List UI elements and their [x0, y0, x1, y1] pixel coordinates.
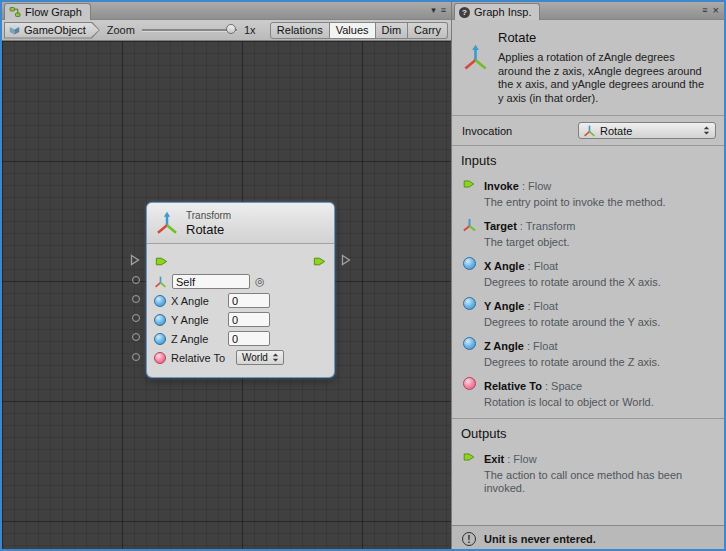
zoom-slider[interactable] [142, 22, 237, 38]
transform-gizmo-icon [583, 124, 596, 137]
inputs-section-header: Inputs [452, 146, 724, 173]
pane-menu-icon[interactable]: ≡ [441, 6, 446, 15]
z-angle-label: Z Angle [171, 333, 223, 345]
warning-icon: ! [462, 532, 476, 546]
exit-flow-arrow-icon[interactable] [312, 254, 327, 269]
port-description: Degrees to rotate around the X axis. [484, 276, 661, 289]
output-item-exit: ExitFlow The action to call once method … [452, 446, 724, 499]
input-item-relative-to: Relative ToSpace Rotation is local to ob… [452, 373, 724, 413]
flow-graph-panel: Flow Graph ▾ ≡ GameObject [2, 2, 451, 549]
y-angle-input[interactable] [228, 312, 270, 327]
input-item-target: TargetTransform The target object. [452, 213, 724, 253]
port-description: Degrees to rotate around the Z axis. [484, 356, 660, 369]
pane-window-icons: ≡ × [702, 6, 724, 19]
node-body: ◎ X Angle Y Angle Z Angle [147, 244, 334, 377]
flow-input-port[interactable] [130, 254, 140, 266]
unit-info-box: Rotate Applies a rotation of zAngle degr… [452, 20, 724, 116]
pane-menu-icon[interactable]: ≡ [702, 6, 707, 15]
port-type: Flow [519, 180, 551, 192]
port-type: Transform [517, 220, 576, 232]
target-row: ◎ [147, 272, 334, 291]
unit-title: Rotate [498, 30, 711, 45]
gameobject-cube-icon [9, 24, 20, 37]
inspector-icon: ? [459, 7, 470, 18]
port-description: The entry point to invoke the method. [484, 196, 666, 209]
relative-to-port[interactable] [132, 353, 140, 361]
y-angle-port[interactable] [132, 314, 140, 322]
self-field[interactable] [172, 274, 250, 289]
breadcrumb-label: GameObject [24, 24, 86, 36]
input-item-invoke: InvokeFlow The entry point to invoke the… [452, 173, 724, 213]
float-port-icon [461, 256, 477, 289]
float-port-icon [461, 296, 477, 329]
flow-graph-icon [9, 6, 21, 18]
float-port-icon [154, 314, 166, 326]
node-header[interactable]: Transform Rotate [147, 203, 334, 244]
input-item-x-angle: X AngleFloat Degrees to rotate around th… [452, 253, 724, 293]
carry-button[interactable]: Carry [408, 22, 448, 39]
tab-flow-graph[interactable]: Flow Graph [4, 3, 91, 20]
x-angle-label: X Angle [171, 295, 223, 307]
port-name: Z Angle [484, 340, 524, 352]
unit-description: Applies a rotation of zAngle degrees aro… [498, 51, 711, 105]
invocation-label: Invocation [462, 125, 512, 137]
port-description: Rotation is local to object or World. [484, 396, 654, 409]
port-name: X Angle [484, 260, 525, 272]
target-port[interactable] [132, 276, 140, 284]
dim-button[interactable]: Dim [376, 22, 409, 39]
outputs-section-header: Outputs [452, 418, 724, 446]
transform-gizmo-icon [154, 275, 167, 288]
relations-button[interactable]: Relations [270, 22, 330, 39]
graph-inspector-panel: ? Graph Insp. ≡ × Rotate Applies a rotat… [451, 2, 724, 549]
invocation-value: Rotate [600, 125, 632, 137]
x-angle-input[interactable] [228, 293, 270, 308]
rotate-node[interactable]: Transform Rotate [147, 203, 334, 377]
x-angle-row: X Angle [147, 291, 334, 310]
port-description: Degrees to rotate around the Y axis. [484, 316, 660, 329]
breadcrumb[interactable]: GameObject [4, 22, 100, 39]
x-angle-port[interactable] [132, 295, 140, 303]
invocation-row: Invocation Rotate [452, 116, 724, 146]
tab-graph-inspector[interactable]: ? Graph Insp. [454, 3, 540, 20]
flow-graph-toolbar: GameObject Zoom 1x Relations Values Dim … [2, 20, 451, 41]
z-angle-port[interactable] [132, 333, 140, 341]
transform-gizmo-icon [461, 216, 477, 249]
z-angle-input[interactable] [228, 331, 270, 346]
space-port-icon [154, 352, 166, 364]
transform-gizmo-icon [155, 211, 179, 235]
values-button[interactable]: Values [330, 22, 376, 39]
invocation-dropdown[interactable]: Rotate [578, 122, 716, 139]
dropdown-arrows-icon [703, 125, 710, 137]
port-type: Flow [504, 453, 536, 465]
input-item-y-angle: Y AngleFloat Degrees to rotate around th… [452, 293, 724, 333]
warning-bar: ! Unit is never entered. [452, 525, 724, 551]
float-port-icon [461, 336, 477, 369]
close-icon[interactable]: × [713, 6, 719, 15]
zoom-slider-track [142, 29, 237, 32]
tab-flow-graph-label: Flow Graph [25, 6, 82, 18]
object-picker-icon[interactable]: ◎ [255, 276, 265, 287]
flow-output-port[interactable] [341, 254, 351, 266]
zoom-slider-handle[interactable] [226, 24, 236, 34]
zoom-value: 1x [244, 24, 256, 36]
relative-to-label: Relative To [171, 352, 231, 364]
invoke-flow-arrow-icon[interactable] [154, 254, 169, 269]
float-port-icon [154, 295, 166, 307]
port-name: Invoke [484, 180, 519, 192]
space-port-icon [461, 376, 477, 409]
port-type: Float [524, 300, 558, 312]
chevron-down-icon[interactable]: ▾ [431, 6, 436, 15]
graph-canvas[interactable]: Transform Rotate [2, 41, 451, 549]
node-title: Rotate [186, 222, 231, 237]
port-description: The target object. [484, 236, 576, 249]
input-item-z-angle: Z AngleFloat Degrees to rotate around th… [452, 333, 724, 373]
port-type: Space [542, 380, 582, 392]
y-angle-label: Y Angle [171, 314, 223, 326]
y-angle-row: Y Angle [147, 310, 334, 329]
flow-arrow-icon [461, 176, 477, 209]
port-name: Target [484, 220, 517, 232]
relative-to-dropdown[interactable]: World [236, 350, 284, 365]
warning-text: Unit is never entered. [484, 533, 596, 545]
flow-graph-pane-menu[interactable]: ▾ ≡ [431, 6, 451, 19]
port-description: The action to call once method has been … [484, 469, 709, 495]
